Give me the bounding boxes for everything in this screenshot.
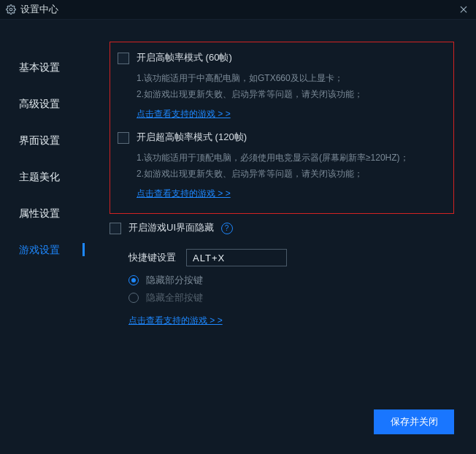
- option-60fps-desc2: 2.如游戏出现更新失败、启动异常等问题，请关闭该功能；: [137, 86, 363, 102]
- sidebar-item-basic[interactable]: 基本设置: [0, 49, 88, 85]
- settings-window: 设置中心 基本设置 高级设置 界面设置 主题美化 属性设置 游戏设置: [0, 0, 476, 454]
- checkbox-60fps[interactable]: [118, 53, 129, 64]
- option-hide-ui: 开启游戏UI界面隐藏 ? 快捷键设置 隐藏部分按键: [110, 221, 454, 327]
- option-60fps-desc1: 1.该功能适用于中高配电脑，如GTX660及以上显卡；: [137, 70, 363, 86]
- hide-ui-sub: 快捷键设置 隐藏部分按键 隐藏全部按键 点击查看支持的游戏 > >: [110, 249, 454, 327]
- option-120fps: 开启超高帧率模式 (120帧) 1.该功能适用于顶配电脑，必须使用电竞显示器(屏…: [118, 131, 442, 200]
- gear-icon: [6, 4, 16, 15]
- sidebar-item-interface[interactable]: 界面设置: [0, 122, 88, 158]
- option-hide-ui-title: 开启游戏UI界面隐藏 ?: [128, 221, 233, 234]
- link-120fps-games[interactable]: 点击查看支持的游戏 > >: [137, 188, 231, 200]
- titlebar: 设置中心: [0, 0, 476, 20]
- sidebar: 基本设置 高级设置 界面设置 主题美化 属性设置 游戏设置: [0, 20, 88, 454]
- sidebar-item-property[interactable]: 属性设置: [0, 195, 88, 231]
- checkbox-hide-ui[interactable]: [110, 223, 121, 234]
- window-title: 设置中心: [20, 3, 457, 16]
- option-120fps-body: 开启超高帧率模式 (120帧) 1.该功能适用于顶配电脑，必须使用电竞显示器(屏…: [137, 131, 409, 200]
- hotkey-label: 快捷键设置: [128, 251, 176, 264]
- radio-hide-partial[interactable]: [128, 275, 139, 285]
- option-hide-ui-title-text: 开启游戏UI界面隐藏: [128, 222, 214, 233]
- radio-hide-partial-label: 隐藏部分按键: [146, 274, 203, 287]
- option-hide-ui-body: 开启游戏UI界面隐藏 ?: [128, 221, 233, 240]
- link-hideui-games[interactable]: 点击查看支持的游戏 > >: [128, 315, 223, 327]
- option-120fps-desc2: 2.如游戏出现更新失败、启动异常等问题，请关闭该功能；: [137, 166, 409, 182]
- content: 开启高帧率模式 (60帧) 1.该功能适用于中高配电脑，如GTX660及以上显卡…: [88, 20, 476, 454]
- radio-row-all: 隐藏全部按键: [128, 291, 454, 304]
- hotkey-row: 快捷键设置: [128, 249, 454, 266]
- option-120fps-desc1: 1.该功能适用于顶配电脑，必须使用电竞显示器(屏幕刷新率≥120HZ)；: [137, 150, 409, 166]
- option-60fps-title: 开启高帧率模式 (60帧): [137, 51, 363, 64]
- help-icon[interactable]: ?: [221, 223, 233, 234]
- body: 基本设置 高级设置 界面设置 主题美化 属性设置 游戏设置 开启高帧率模式 (6…: [0, 20, 476, 454]
- radio-row-partial: 隐藏部分按键: [128, 274, 454, 287]
- footer: 保存并关闭: [374, 409, 454, 434]
- radio-hide-all[interactable]: [128, 293, 139, 303]
- option-120fps-title: 开启超高帧率模式 (120帧): [137, 131, 409, 144]
- hotkey-input[interactable]: [186, 249, 287, 266]
- link-60fps-games[interactable]: 点击查看支持的游戏 > >: [137, 108, 231, 120]
- sidebar-item-theme[interactable]: 主题美化: [0, 158, 88, 195]
- save-close-button[interactable]: 保存并关闭: [374, 409, 454, 434]
- option-60fps-body: 开启高帧率模式 (60帧) 1.该功能适用于中高配电脑，如GTX660及以上显卡…: [137, 51, 363, 120]
- highlighted-section: 开启高帧率模式 (60帧) 1.该功能适用于中高配电脑，如GTX660及以上显卡…: [110, 42, 454, 214]
- sidebar-item-game[interactable]: 游戏设置: [0, 231, 88, 268]
- close-icon[interactable]: [457, 3, 470, 16]
- sidebar-item-advanced[interactable]: 高级设置: [0, 85, 88, 122]
- radio-hide-all-label: 隐藏全部按键: [146, 291, 203, 304]
- option-60fps: 开启高帧率模式 (60帧) 1.该功能适用于中高配电脑，如GTX660及以上显卡…: [118, 51, 442, 120]
- checkbox-120fps[interactable]: [118, 132, 129, 144]
- svg-point-0: [9, 8, 12, 11]
